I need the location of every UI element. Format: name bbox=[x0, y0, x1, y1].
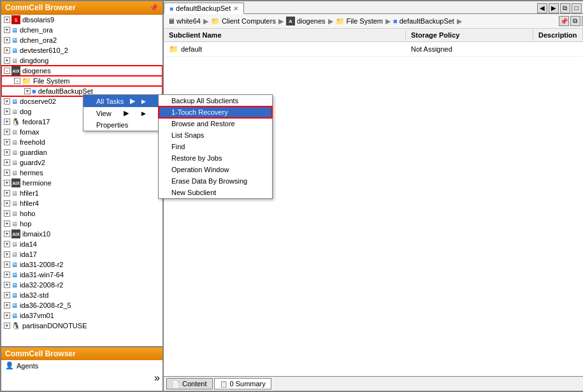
tree-item-ida32-std[interactable]: + 🖥 ida32-std bbox=[1, 290, 162, 300]
submenu-restore-jobs[interactable]: Restore by Jobs bbox=[159, 152, 272, 164]
tab-forward-button[interactable]: ▶ bbox=[549, 3, 559, 13]
submenu-1touch[interactable]: 1-Touch Recovery bbox=[159, 106, 272, 118]
tree-item-ibmaix10[interactable]: + AIX ibmaix10 bbox=[1, 229, 162, 239]
tree-item-dingdong[interactable]: + 🖥 dingdong bbox=[1, 55, 162, 66]
tree-node-icon-ida36-2008-r2_5: 🖥 bbox=[11, 301, 18, 309]
expand-icon-diogenes[interactable]: - bbox=[4, 68, 10, 74]
submenu-backup-all[interactable]: Backup All Subclients bbox=[159, 95, 272, 106]
expand-icon-dingdong[interactable]: + bbox=[4, 57, 10, 64]
expand-icon-devtester610_2[interactable]: + bbox=[4, 47, 10, 54]
table-row[interactable]: 📁 default Not Assigned bbox=[164, 42, 583, 57]
menu-view[interactable]: View ▶ bbox=[83, 107, 159, 119]
tree-item-ida14[interactable]: + 🖥 ida14 bbox=[1, 239, 162, 249]
expand-icon-hermes[interactable]: + bbox=[4, 170, 10, 176]
expand-icon-dchen_ora[interactable]: + bbox=[4, 27, 10, 33]
tree-item-devtester610_2[interactable]: + 🖥 devtester610_2 bbox=[1, 45, 162, 55]
breadcrumb-diogenes[interactable]: A diogenes bbox=[286, 17, 326, 25]
breadcrumb-defaultbackupset[interactable]: ■ defaultBackupSet bbox=[393, 17, 454, 25]
breadcrumb-pin-button[interactable]: 📌 bbox=[559, 16, 569, 26]
tab-maximize-button[interactable]: □ bbox=[572, 3, 582, 13]
tree-item-hop[interactable]: + 🖥 hop bbox=[1, 219, 162, 229]
tree-node-icon-hop: 🖥 bbox=[11, 220, 18, 228]
expand-icon-ida32-2008-r2[interactable]: + bbox=[4, 282, 10, 288]
row-icon: 📁 bbox=[169, 45, 178, 54]
tree-item-hermione[interactable]: + AIX hermione bbox=[1, 178, 162, 188]
submenu-erase-data[interactable]: Erase Data By Browsing bbox=[159, 175, 272, 187]
expand-icon-fedora17[interactable]: + bbox=[4, 119, 10, 125]
parent-context-menu[interactable]: All Tasks ▶ View ▶ Properties bbox=[83, 94, 159, 131]
submenu-find[interactable]: Find bbox=[159, 141, 272, 152]
expand-icon-dbsolaris9[interactable]: + bbox=[4, 17, 10, 23]
expand-icon-hop[interactable]: + bbox=[4, 221, 10, 227]
pin-icon[interactable]: 📌 bbox=[149, 3, 159, 12]
expand-icon-defaultBackupSet[interactable]: + bbox=[24, 88, 31, 94]
tab-defaultbackupset[interactable]: ■ defaultBackupSet ✕ bbox=[164, 3, 244, 14]
tree-item-ida17[interactable]: + 🖥 ida17 bbox=[1, 249, 162, 259]
expand-icon-freehold[interactable]: + bbox=[4, 139, 10, 145]
expand-icon-dchen_ora2[interactable]: + bbox=[4, 37, 10, 43]
expand-icon-fornax[interactable]: + bbox=[4, 129, 10, 135]
tree-item-ida31-2008-r2[interactable]: + 🖥 ida31-2008-r2 bbox=[1, 259, 162, 270]
erase-data-label: Erase Data By Browsing bbox=[171, 177, 247, 185]
tree-item-guardv2[interactable]: + 🖥 guardv2 bbox=[1, 157, 162, 168]
tree-item-filesystem[interactable]: - 📁 File System bbox=[1, 76, 162, 86]
expand-icon-docserve02[interactable]: + bbox=[4, 98, 10, 105]
expand-icon-guardian[interactable]: + bbox=[4, 149, 10, 156]
tree-node-icon-devtester610_2: 🖥 bbox=[11, 47, 18, 54]
tree-item-hoho[interactable]: + 🖥 hoho bbox=[1, 208, 162, 219]
expand-icon-ida37vm01[interactable]: + bbox=[4, 312, 10, 319]
expand-icon-ida31-2008-r2[interactable]: + bbox=[4, 261, 10, 268]
tab-tile-button[interactable]: ⧉ bbox=[560, 3, 570, 13]
expand-icon-ida17[interactable]: + bbox=[4, 251, 10, 258]
expand-icon-ibmaix10[interactable]: + bbox=[4, 231, 10, 237]
tree-item-hfiler4[interactable]: + 🖥 hfiler4 bbox=[1, 198, 162, 208]
tree-item-hfiler1[interactable]: + 🖥 hfiler1 bbox=[1, 188, 162, 198]
expand-arrow[interactable]: » bbox=[1, 371, 162, 385]
tree-node-icon-dog: 🖥 bbox=[11, 108, 18, 115]
tree-item-ida32-2008-r2[interactable]: + 🖥 ida32-2008-r2 bbox=[1, 280, 162, 290]
breadcrumb-client-computers[interactable]: 📁 Client Computers bbox=[211, 17, 276, 25]
expand-icon-hermione[interactable]: + bbox=[4, 180, 10, 186]
breadcrumb-tile-button[interactable]: ⧉ bbox=[570, 16, 580, 26]
expand-icon-ida32-std[interactable]: + bbox=[4, 292, 10, 298]
submenu-browse-restore[interactable]: Browse and Restore bbox=[159, 118, 272, 129]
submenu-list-snaps[interactable]: List Snaps bbox=[159, 129, 272, 141]
expand-icon-dog[interactable]: + bbox=[4, 108, 10, 115]
submenu-operation-window[interactable]: Operation Window bbox=[159, 164, 272, 175]
expand-icon-filesystem[interactable]: - bbox=[14, 78, 20, 84]
menu-properties[interactable]: Properties bbox=[83, 119, 159, 131]
tab-back-button[interactable]: ◀ bbox=[537, 3, 547, 13]
expand-icon-hoho[interactable]: + bbox=[4, 210, 10, 217]
tree-item-dchen_ora2[interactable]: + 🖥 dchen_ora2 bbox=[1, 35, 162, 45]
expand-icon-ida14[interactable]: + bbox=[4, 241, 10, 247]
breadcrumb-filesystem[interactable]: 📁 File System bbox=[336, 17, 383, 25]
tree-item-ida31-win7-64[interactable]: + 🖥 ida31-win7-64 bbox=[1, 270, 162, 280]
expand-icon-ida36-2008-r2_5[interactable]: + bbox=[4, 302, 10, 309]
agents-item[interactable]: 👤 Agents bbox=[1, 360, 162, 371]
tree-node-icon-hfiler4: 🖥 bbox=[11, 200, 18, 207]
tab-close-button[interactable]: ✕ bbox=[233, 5, 238, 12]
menu-all-tasks[interactable]: All Tasks ▶ bbox=[83, 95, 159, 107]
breadcrumb-white64[interactable]: 🖥 white64 bbox=[168, 17, 201, 25]
submenu[interactable]: Backup All Subclients 1-Touch Recovery B… bbox=[158, 94, 273, 199]
tree-item-hermes[interactable]: + 🖥 hermes bbox=[1, 168, 162, 178]
tree-item-ida36-2008-r2_5[interactable]: + 🖥 ida36-2008-r2_5 bbox=[1, 300, 162, 310]
tree-item-ida37vm01[interactable]: + 🖥 ida37vm01 bbox=[1, 310, 162, 321]
tree-item-guardian[interactable]: + 🖥 guardian bbox=[1, 147, 162, 157]
tree-item-partisanDONOTUSE[interactable]: + 🐧 partisanDONOTUSE bbox=[1, 321, 162, 331]
backup-all-label: Backup All Subclients bbox=[171, 97, 238, 105]
expand-icon-hfiler1[interactable]: + bbox=[4, 190, 10, 196]
tree-item-diogenes[interactable]: - AIX diogenes bbox=[1, 66, 162, 76]
bottom-tab-content[interactable]: 📄 Content bbox=[166, 378, 213, 389]
expand-icon-guardv2[interactable]: + bbox=[4, 159, 10, 166]
expand-icon-hfiler4[interactable]: + bbox=[4, 200, 10, 207]
submenu-new-subclient[interactable]: New Subclient bbox=[159, 187, 272, 198]
bottom-tab-summary[interactable]: 📋 0 Summary bbox=[214, 378, 271, 389]
tree-item-dbsolaris9[interactable]: + S dbsolaris9 bbox=[1, 15, 162, 25]
tree-item-freehold[interactable]: + 🖥 freehold bbox=[1, 137, 162, 147]
tree-item-dchen_ora[interactable]: + 🖥 dchen_ora bbox=[1, 25, 162, 35]
expand-icon-partisanDONOTUSE[interactable]: + bbox=[4, 323, 10, 329]
diogenes-label: diogenes bbox=[297, 17, 326, 25]
tree-node-icon-ida17: 🖥 bbox=[11, 250, 18, 258]
expand-icon-ida31-win7-64[interactable]: + bbox=[4, 272, 10, 278]
